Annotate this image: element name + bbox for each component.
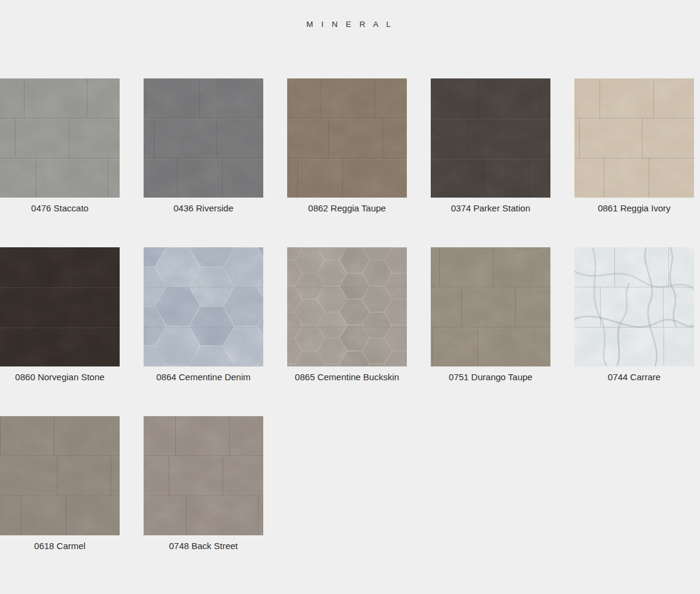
- swatch-label: 0861 Reggia Ivory: [574, 203, 694, 213]
- swatch-label: 0748 Back Street: [144, 541, 263, 551]
- swatch-label: 0751 Durango Taupe: [431, 372, 550, 382]
- swatch-card[interactable]: 0751 Durango Taupe: [431, 247, 550, 382]
- swatch-image: [574, 247, 694, 366]
- swatch-card[interactable]: 0861 Reggia Ivory: [574, 78, 694, 213]
- swatch-image: [0, 78, 120, 198]
- swatch-card[interactable]: 0374 Parker Station: [431, 78, 550, 213]
- swatch-image: [144, 247, 263, 366]
- swatch-card[interactable]: 0748 Back Street: [144, 416, 263, 551]
- swatch-label: 0476 Staccato: [0, 203, 120, 213]
- swatch-image: [0, 247, 120, 366]
- swatch-label: 0744 Carrare: [574, 372, 694, 382]
- swatch-image: [574, 78, 694, 198]
- swatch-label: 0864 Cementine Denim: [144, 372, 263, 382]
- swatch-label: 0436 Riverside: [144, 203, 263, 213]
- swatch-card[interactable]: 0476 Staccato: [0, 78, 120, 213]
- swatch-card[interactable]: 0618 Carmel: [0, 416, 120, 551]
- swatch-image: [287, 247, 407, 366]
- swatch-card[interactable]: 0860 Norvegian Stone: [0, 247, 120, 382]
- swatch-label: 0374 Parker Station: [431, 203, 550, 213]
- swatch-card[interactable]: 0862 Reggia Taupe: [287, 78, 407, 213]
- swatch-label: 0865 Cementine Buckskin: [287, 372, 407, 382]
- swatch-card[interactable]: 0864 Cementine Denim: [144, 247, 263, 382]
- swatch-card[interactable]: 0744 Carrare: [574, 247, 694, 382]
- swatch-card[interactable]: 0865 Cementine Buckskin: [287, 247, 407, 382]
- swatch-image: [0, 416, 120, 535]
- collection-title: M I N E R A L: [0, 20, 700, 29]
- swatch-label: 0618 Carmel: [0, 541, 120, 551]
- swatch-image: [431, 78, 550, 198]
- swatch-image: [287, 78, 407, 198]
- swatch-card[interactable]: 0436 Riverside: [144, 78, 263, 213]
- swatch-image: [144, 416, 263, 535]
- swatch-label: 0860 Norvegian Stone: [0, 372, 120, 382]
- swatch-grid: 0476 Staccato 0436 Riverside 0862 Reggia…: [0, 78, 694, 551]
- swatch-image: [144, 78, 263, 198]
- swatch-image: [431, 247, 550, 366]
- swatch-label: 0862 Reggia Taupe: [287, 203, 407, 213]
